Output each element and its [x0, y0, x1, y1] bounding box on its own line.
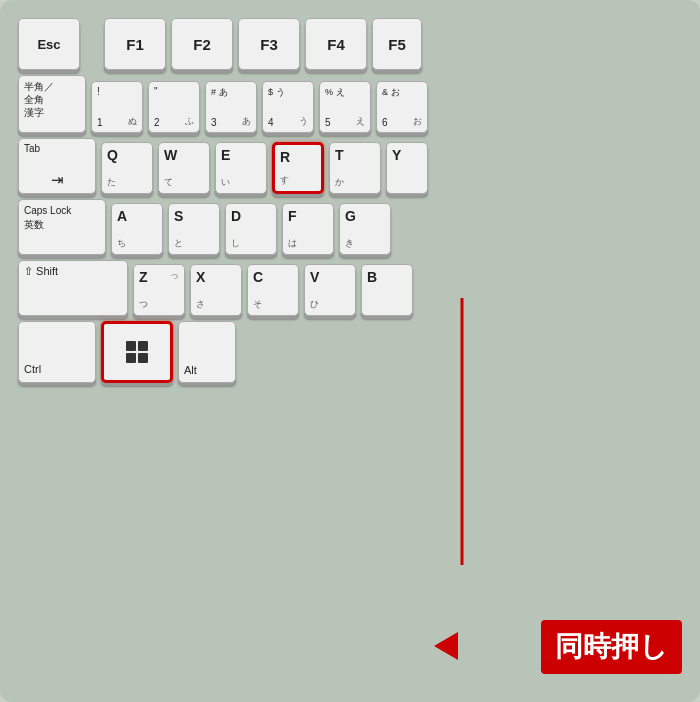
row-function: Esc F1 F2 F3 F4 F5	[18, 18, 682, 70]
key-tab[interactable]: Tab ⇥	[18, 138, 96, 194]
key-1[interactable]: ! 1 ぬ	[91, 81, 143, 133]
key-f5[interactable]: F5	[372, 18, 422, 70]
key-z[interactable]: Zっ つ	[133, 264, 185, 316]
key-a[interactable]: A ち	[111, 203, 163, 255]
key-f4[interactable]: F4	[305, 18, 367, 70]
key-f3[interactable]: F3	[238, 18, 300, 70]
key-c[interactable]: C そ	[247, 264, 299, 316]
windows-icon	[126, 341, 148, 363]
key-r[interactable]: R す	[272, 142, 324, 194]
row-number: 半角／全角漢字 ! 1 ぬ " 2 ふ # あ	[18, 75, 682, 133]
key-shift[interactable]: ⇧ Shift	[18, 260, 128, 316]
key-4[interactable]: $ う 4 う	[262, 81, 314, 133]
key-e[interactable]: E い	[215, 142, 267, 194]
key-alt[interactable]: Alt	[178, 321, 236, 383]
key-3[interactable]: # あ 3 あ	[205, 81, 257, 133]
key-f1[interactable]: F1	[104, 18, 166, 70]
key-g[interactable]: G き	[339, 203, 391, 255]
key-2[interactable]: " 2 ふ	[148, 81, 200, 133]
key-y[interactable]: Y	[386, 142, 428, 194]
key-f2[interactable]: F2	[171, 18, 233, 70]
key-ctrl[interactable]: Ctrl	[18, 321, 96, 383]
key-w[interactable]: W て	[158, 142, 210, 194]
key-5[interactable]: % え 5 え	[319, 81, 371, 133]
key-win[interactable]	[101, 321, 173, 383]
key-capslock[interactable]: Caps Lock英数	[18, 199, 106, 255]
key-b[interactable]: B	[361, 264, 413, 316]
row-zxcv: ⇧ Shift Zっ つ X さ C そ V ひ B	[18, 260, 682, 316]
key-f[interactable]: F は	[282, 203, 334, 255]
key-t[interactable]: T か	[329, 142, 381, 194]
row-bottom: Ctrl Alt	[18, 321, 682, 383]
key-v[interactable]: V ひ	[304, 264, 356, 316]
key-d[interactable]: D し	[225, 203, 277, 255]
key-s[interactable]: S と	[168, 203, 220, 255]
key-esc[interactable]: Esc	[18, 18, 80, 70]
key-hankaku[interactable]: 半角／全角漢字	[18, 75, 86, 133]
key-q[interactable]: Q た	[101, 142, 153, 194]
keyboard: Esc F1 F2 F3 F4 F5 半角／全角漢字 ! 1	[0, 0, 700, 702]
key-6[interactable]: & お 6 お	[376, 81, 428, 133]
key-x[interactable]: X さ	[190, 264, 242, 316]
row-asdf: Caps Lock英数 A ち S と D し F は G き	[18, 199, 682, 255]
arrow-icon	[434, 632, 458, 660]
shortcut-label: 同時押し	[541, 620, 682, 674]
row-qwerty: Tab ⇥ Q た W て E い R す T か Y	[18, 138, 682, 194]
